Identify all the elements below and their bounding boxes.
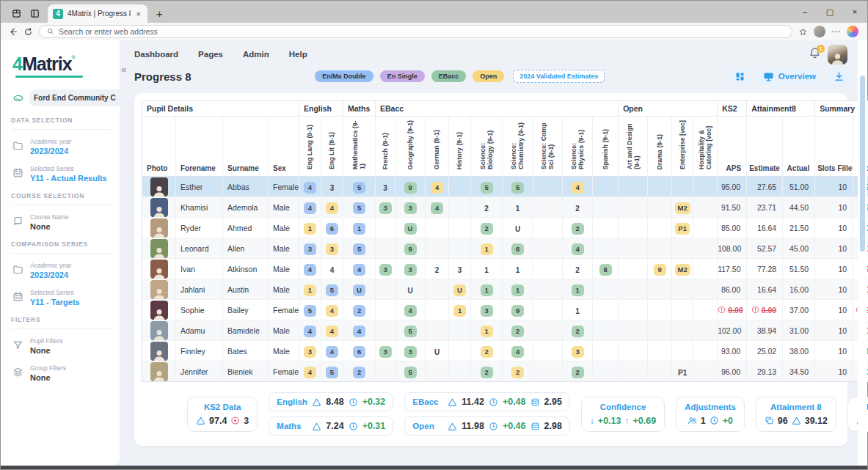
sidebar-item-course-name[interactable]: Course NameNone — [12, 213, 111, 231]
pupil-photo — [150, 239, 168, 258]
column-header-enterprise-voc-[interactable]: Enterprise [voc] — [672, 117, 693, 177]
sidebar-item-academic-year[interactable]: Academic year2023/2024 — [12, 138, 111, 155]
calendar-icon — [12, 291, 23, 302]
trend-clock-icon — [489, 422, 498, 431]
pupil-row-esther[interactable]: EstherAbbasFemale43539455495.0027.6551.0… — [142, 177, 868, 197]
nav-item-pages[interactable]: Pages — [198, 50, 223, 59]
pupil-row-ivan[interactable]: IvanAtkinsonMale444332311289M2117.5077.2… — [142, 259, 868, 279]
confidence-up-value: +0.69 — [633, 416, 657, 426]
column-header-science-biology-9-1-[interactable]: Science: Biology (9-1) — [471, 117, 503, 177]
scrollbar-thumb[interactable] — [860, 76, 865, 251]
column-header-hospitality-catering-voc-[interactable]: Hospitality & Catering [voc] — [693, 117, 718, 177]
column-header-science-comp-sci-9-1-[interactable]: Science: Comp Sci (9-1) — [533, 117, 563, 177]
sidebar-item-pupil-filters[interactable]: Pupil FiltersNone — [12, 337, 111, 355]
browser-tab[interactable]: 4 4Matrix | Progress 8 × — [48, 4, 147, 23]
cell-grade — [648, 300, 672, 320]
overview-button[interactable]: Overview — [757, 67, 822, 86]
column-header-spanish-9-1-[interactable]: Spanish (9-1) — [593, 117, 619, 177]
cohort-badge-open[interactable]: Open — [473, 70, 504, 82]
validated-estimates-badge[interactable]: 2024 Validated Estimates — [513, 70, 605, 83]
grade-value: U — [434, 348, 440, 356]
cohort-badge-en-single[interactable]: En Single — [380, 70, 425, 82]
sidebar-item-selected-series[interactable]: Selected SeriesY11 - Targets — [12, 289, 111, 306]
cell-grade: 4 — [395, 300, 426, 320]
grade-chip: 3 — [404, 264, 417, 276]
pupil-row-jahlani[interactable]: JahlaniAustinMale15UUU11186.0016.6416.00… — [142, 279, 868, 300]
cell-slots-filled: 10 — [815, 197, 853, 218]
browser-menu-icon[interactable]: ⋯ — [831, 26, 841, 37]
nav-item-help[interactable]: Help — [289, 50, 307, 59]
sidebar-item-group-filters[interactable]: Group FiltersNone — [12, 364, 111, 382]
url-placeholder: Search or enter web address — [59, 27, 158, 36]
cell-grade — [533, 218, 563, 238]
nav-item-admin[interactable]: Admin — [243, 50, 269, 59]
window-maximize-button[interactable]: ▢ — [817, 1, 842, 23]
download-button[interactable] — [828, 67, 850, 86]
column-header-eng-lang-9-1-[interactable]: Eng Lang (9-1) — [299, 117, 321, 177]
workspace-icon[interactable] — [11, 8, 22, 19]
column-header-science-physics-9-1-[interactable]: Science: Physics (9-1) — [563, 117, 593, 177]
column-header-estimate[interactable]: Estimate — [747, 117, 783, 177]
column-header-forename[interactable]: Forename — [176, 117, 223, 177]
column-header-art-and-design-9-1-[interactable]: Art and Design (9-1) — [619, 117, 648, 177]
column-header-slots-filled[interactable]: Slots Filled — [815, 117, 853, 177]
sidebar-item-selected-series[interactable]: Selected SeriesY11 - Actual Results — [12, 165, 111, 183]
strikethrough-value: 0.00 — [762, 306, 776, 315]
cell-surname: Austin — [223, 279, 269, 300]
column-header-sex[interactable]: Sex — [269, 117, 299, 177]
cell-grade — [426, 218, 449, 238]
window-minimize-button[interactable]: – — [792, 1, 817, 23]
school-selector[interactable]: Ford End Community C — [29, 89, 120, 106]
funnel-icon — [12, 339, 23, 350]
pupil-row-khamisi[interactable]: KhamisiAdemolaMale445334212M291.5023.714… — [142, 197, 868, 218]
url-input[interactable]: Search or enter web address — [39, 25, 792, 38]
cell-grade: U — [343, 279, 376, 300]
cell-grade: 4 — [563, 177, 593, 197]
pupil-row-leonard[interactable]: LeonardAllenMale3359164108.0052.5745.001… — [142, 238, 868, 259]
cohort-badge-en-ma-double[interactable]: En/Ma Double — [315, 70, 373, 82]
new-tab-button[interactable]: + — [147, 7, 172, 23]
page-scrollbar[interactable] — [858, 40, 867, 466]
cell-grade: 3 — [321, 238, 343, 259]
tab-overview-icon[interactable] — [29, 8, 40, 19]
cell-grade: 3 — [471, 300, 503, 320]
column-header-history-9-1-[interactable]: History (9-1) — [449, 117, 471, 177]
window-close-button[interactable]: × — [842, 1, 867, 23]
grade-chip: 2 — [353, 367, 365, 378]
column-header-french-9-1-[interactable]: French (9-1) — [376, 117, 395, 177]
cohort-badge-ebacc[interactable]: EBacc — [431, 70, 467, 82]
column-header-eng-lit-9-1-[interactable]: Eng Lit (9-1) — [321, 117, 343, 177]
pupil-row-adamu[interactable]: AdamuBamideleMale4445122102.0038.9431.00… — [142, 320, 868, 341]
sidebar-item-academic-year[interactable]: Academic year2023/2024 — [12, 262, 111, 279]
pupil-row-sophie[interactable]: SophieBaileyFemale542413910.000.0037.001… — [142, 300, 868, 320]
tab-close-icon[interactable]: × — [135, 10, 142, 18]
column-header-mathematics-9-1-[interactable]: Mathematics (9-1) — [343, 117, 376, 177]
browser-logo-icon[interactable] — [847, 26, 858, 37]
pupil-photo — [150, 280, 168, 299]
reload-icon[interactable] — [23, 27, 33, 37]
column-header-drama-9-1-[interactable]: Drama (9-1) — [648, 117, 672, 177]
cell-surname: Allen — [223, 238, 269, 259]
nav-item-dashboard[interactable]: Dashboard — [134, 50, 178, 59]
column-header-science-chemistry-9-1-[interactable]: Science: Chemistry (9-1) — [503, 117, 533, 177]
column-header-photo[interactable]: Photo — [142, 117, 176, 177]
pupil-row-jennifer[interactable]: JenniferBieniekFemale4525222P196.0029.13… — [142, 361, 868, 382]
column-header-german-9-1-[interactable]: German (9-1) — [426, 117, 449, 177]
pupil-row-ryder[interactable]: RyderAhmedMale161U2U2P185.0016.6421.5010… — [142, 218, 868, 238]
notifications-button[interactable]: 1 — [809, 47, 822, 62]
cell-forename: Ryder — [176, 218, 223, 238]
column-header-aps[interactable]: APS — [718, 117, 747, 177]
browser-profile-avatar[interactable] — [814, 26, 825, 37]
sidebar-item-value: None — [30, 346, 62, 355]
sidebar-collapse-button[interactable]: « — [121, 64, 126, 75]
column-header-geography-9-1-[interactable]: Geography (9-1) — [395, 117, 426, 177]
average-icon — [448, 397, 457, 407]
back-icon[interactable] — [8, 27, 18, 37]
bookmark-star-icon[interactable] — [798, 27, 808, 37]
column-header-surname[interactable]: Surname — [223, 117, 269, 177]
column-header-actual[interactable]: Actual — [783, 117, 815, 177]
user-avatar[interactable] — [828, 45, 847, 65]
cell-sex: Female — [269, 361, 299, 382]
card-view-button[interactable] — [729, 67, 751, 86]
pupil-row-finnley[interactable]: FinnleyBatesMale34633U24393.0025.0238.00… — [142, 341, 868, 361]
